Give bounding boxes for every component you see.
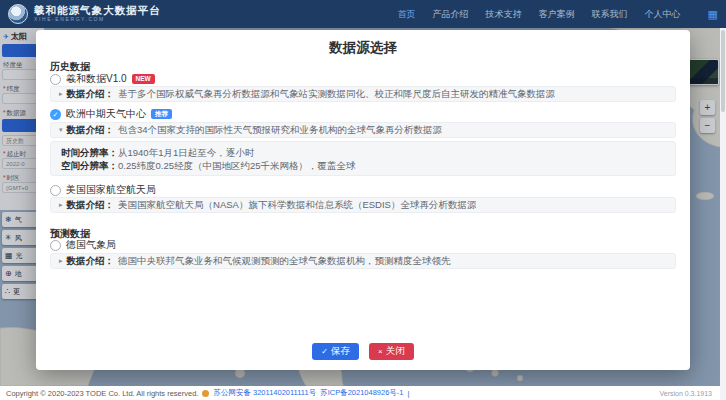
space-resolution-value: 0.25纬度0.25经度（中国地区约25千米网格），覆盖全球 (118, 160, 356, 171)
security-badge-icon (202, 390, 209, 397)
radio-option-ecmwf[interactable]: ✓ 欧洲中期天气中心 推荐 (50, 108, 172, 120)
intro-accordion-xihe[interactable]: ▸ 数据介绍： 基于多个国际权威气象再分析数据源和气象站实测数据同化、校正和降尺… (50, 86, 676, 102)
new-badge: NEW (132, 74, 155, 84)
dialog-actions: ✓ 保存 × 关闭 (36, 343, 690, 360)
intro-accordion-dwd[interactable]: ▸ 数据介绍： 德国中央联邦气象业务和气候观测预测的全球气象数据机构，预测精度全… (50, 253, 676, 269)
check-icon: ✓ (321, 348, 328, 356)
radio-icon[interactable] (50, 240, 61, 251)
page-scrollbar[interactable] (720, 28, 726, 400)
radio-checked-icon[interactable]: ✓ (50, 109, 61, 120)
dialog-title: 数据源选择 (36, 39, 690, 57)
space-resolution-line: 空间分辨率：0.25纬度0.25经度（中国地区约25千米网格），覆盖全球 (61, 159, 665, 172)
intro-text: 德国中央联邦气象业务和气候观测预测的全球气象数据机构，预测精度全球领先 (118, 255, 451, 268)
page-footer: Copyright © 2020-2023 TODE Co. Ltd. All … (0, 386, 726, 400)
beian-link-2[interactable]: 苏ICP备2021048926号-1 (320, 388, 403, 398)
radio-option-nasa[interactable]: 美国国家航空航天局 (50, 184, 156, 196)
save-button[interactable]: ✓ 保存 (312, 343, 359, 360)
radio-option-xihe[interactable]: 羲和数据V1.0 NEW (50, 73, 155, 85)
copyright-text: Copyright © 2020-2023 TODE Co. Ltd. All … (6, 389, 198, 398)
nav-item-contact[interactable]: 联系我们 (592, 8, 628, 21)
intro-text: 美国国家航空航天局（NASA）旗下科学数据和信息系统（ESDIS）全球再分析数据… (118, 199, 476, 212)
site-subtitle: XIHE-ENERGY.COM (34, 17, 161, 23)
close-button[interactable]: × 关闭 (369, 343, 414, 360)
intro-label: 数据介绍： (67, 124, 115, 137)
radio-option-label: 羲和数据V1.0 (66, 72, 127, 86)
time-resolution-value: 从1940年1月1日起至今，逐小时 (118, 147, 254, 158)
intro-text: 基于多个国际权威气象再分析数据源和气象站实测数据同化、校正和降尺度后自主研发的精… (118, 88, 555, 101)
version-text: Version 0.3.1913 (659, 390, 712, 397)
footer-separator: | (408, 389, 410, 398)
nav-item-support[interactable]: 技术支持 (486, 8, 522, 21)
app-window: 金边 马尼拉 南海 天地图 GS(2022)0124号 - 甲测资字111004… (0, 0, 726, 400)
nav-item-products[interactable]: 产品介绍 (433, 8, 469, 21)
save-button-label: 保存 (331, 345, 350, 358)
nav-item-cases[interactable]: 客户案例 (539, 8, 575, 21)
close-button-label: 关闭 (386, 345, 405, 358)
nav-item-account[interactable]: 个人中心 (645, 8, 681, 21)
intro-label: 数据介绍： (67, 255, 115, 268)
ecmwf-detail-panel: 时间分辨率：从1940年1月1日起至今，逐小时 空间分辨率：0.25纬度0.25… (50, 141, 676, 176)
close-icon: × (378, 348, 383, 356)
chevron-down-icon: ▾ (59, 126, 63, 134)
top-navbar: 羲和能源气象大数据平台 XIHE-ENERGY.COM 首页 产品介绍 技术支持… (0, 0, 726, 28)
chevron-right-icon: ▸ (59, 90, 63, 98)
radio-option-label: 欧洲中期天气中心 (66, 107, 146, 121)
intro-label: 数据介绍： (67, 199, 115, 212)
recommended-badge: 推荐 (151, 109, 172, 119)
intro-accordion-nasa[interactable]: ▸ 数据介绍： 美国国家航空航天局（NASA）旗下科学数据和信息系统（ESDIS… (50, 197, 676, 213)
radio-option-dwd[interactable]: 德国气象局 (50, 239, 116, 251)
logo-text-block: 羲和能源气象大数据平台 XIHE-ENERGY.COM (34, 5, 161, 22)
radio-icon[interactable] (50, 74, 61, 85)
radio-option-label: 美国国家航空航天局 (66, 183, 156, 197)
radio-option-label: 德国气象局 (66, 238, 116, 252)
xihe-logo-icon (8, 4, 28, 24)
chevron-right-icon: ▸ (59, 257, 63, 265)
time-resolution-line: 时间分辨率：从1940年1月1日起至今，逐小时 (61, 146, 665, 159)
beian-link-1[interactable]: 苏公网安备 32011402011111号 (213, 388, 316, 398)
chevron-right-icon: ▸ (59, 201, 63, 209)
radio-icon[interactable] (50, 185, 61, 196)
main-nav: 首页 产品介绍 技术支持 客户案例 联系我们 个人中心 ▦ (398, 8, 718, 21)
time-resolution-label: 时间分辨率： (61, 147, 118, 158)
intro-accordion-ecmwf[interactable]: ▾ 数据介绍： 包含34个国家支持的国际性天气预报研究和业务机构的全球气象再分析… (50, 122, 676, 138)
intro-text: 包含34个国家支持的国际性天气预报研究和业务机构的全球气象再分析数据源 (118, 124, 442, 137)
scrollbar-thumb[interactable] (721, 30, 725, 112)
space-resolution-label: 空间分辨率： (61, 160, 118, 171)
nav-item-home[interactable]: 首页 (398, 8, 416, 21)
intro-label: 数据介绍： (67, 88, 115, 101)
apps-grid-icon[interactable]: ▦ (708, 9, 718, 20)
datasource-dialog: 数据源选择 历史数据 羲和数据V1.0 NEW ▸ 数据介绍： 基于多个国际权威… (36, 30, 690, 370)
